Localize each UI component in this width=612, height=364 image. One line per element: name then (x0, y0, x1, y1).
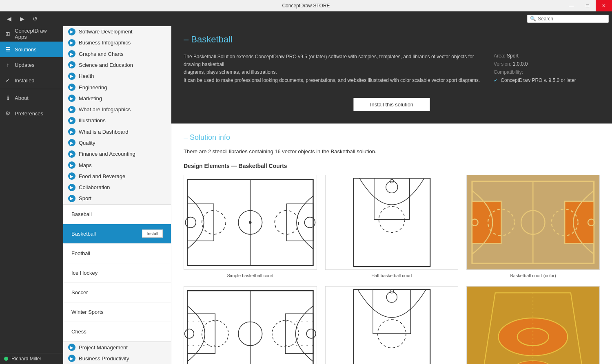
category-finance[interactable]: ▶ Finance and Accounting (63, 148, 171, 159)
category-label: Quality (79, 140, 95, 146)
cat-arrow-icon: ▶ (68, 139, 75, 146)
category-what-dashboard[interactable]: ▶ What is a Dashboard (63, 126, 171, 137)
sport-sub-soccer[interactable]: Soccer (63, 283, 171, 302)
close-button[interactable]: ✕ (596, 0, 612, 11)
titlebar: ConceptDraw STORE — □ ✕ (0, 0, 612, 11)
sport-sub-chess[interactable]: Chess (63, 322, 171, 342)
sidebar-item-label: About (15, 95, 29, 101)
category-quality[interactable]: ▶ Quality (63, 137, 171, 148)
sidebar-item-conceptdraw-apps[interactable]: ⊞ ConceptDraw Apps (0, 26, 63, 42)
category-graphs-charts[interactable]: ▶ Graphs and Charts (63, 49, 171, 60)
category-food-beverage[interactable]: ▶ Food and Beverage (63, 171, 171, 182)
category-collaboration[interactable]: ▶ Collaboration (63, 182, 171, 193)
apps-icon: ⊞ (4, 30, 11, 38)
minimize-button[interactable]: — (563, 0, 579, 11)
solution-info-section: – Solution info There are 2 stencil libr… (171, 124, 612, 364)
gallery-item-perspective-court: Basketball court, view from short side (466, 286, 600, 364)
forward-button[interactable]: ▶ (16, 13, 28, 24)
sport-sub-label: Winter Sports (71, 309, 104, 315)
category-business-prod[interactable]: ▶ Business Productivity (63, 353, 171, 364)
gallery-img-perspective-court (466, 286, 600, 364)
cat-arrow-icon: ▶ (68, 61, 75, 68)
updates-icon: ↑ (4, 61, 11, 68)
category-health[interactable]: ▶ Health (63, 71, 171, 82)
cat-arrow-icon: ▶ (68, 150, 75, 158)
cat-arrow-icon: ▶ (68, 117, 75, 124)
category-sport[interactable]: ▶ Sport (63, 193, 171, 204)
sidebar-item-label: ConceptDraw Apps (15, 28, 59, 40)
category-label: Finance and Accounting (79, 151, 135, 157)
category-label: Science and Education (79, 62, 133, 68)
sidebar-item-installed[interactable]: ✓ Installed (0, 73, 63, 88)
about-icon: ℹ (4, 94, 11, 101)
sport-sub-basketball[interactable]: Basketball Install (63, 224, 171, 244)
cat-arrow-icon: ▶ (68, 73, 75, 80)
gallery-grid-2: Basketball court vector illustration (184, 286, 600, 364)
category-illustrations[interactable]: ▶ Illustrations (63, 115, 171, 126)
sidebar-item-label: Installed (15, 77, 34, 84)
solutions-icon: ☰ (4, 46, 11, 53)
category-software-dev[interactable]: ▶ Software Development (63, 26, 171, 37)
sidebar-divider (0, 89, 63, 89)
install-solution-button[interactable]: Install this solution (353, 98, 430, 111)
refresh-button[interactable]: ↺ (29, 13, 41, 24)
cat-arrow-icon: ▶ (68, 344, 75, 351)
category-science-edu[interactable]: ▶ Science and Education (63, 60, 171, 71)
gallery-img-court-vector (184, 286, 317, 364)
user-status-dot (4, 357, 8, 361)
sport-sub-label: Baseball (71, 211, 92, 217)
titlebar-controls: — □ ✕ (563, 0, 612, 11)
back-button[interactable]: ◀ (3, 13, 15, 24)
cat-arrow-icon: ▶ (68, 84, 75, 91)
gallery-img-color-court (466, 175, 600, 270)
sidebar-item-preferences[interactable]: ⚙ Preferences (0, 106, 63, 121)
sport-sub-install-btn[interactable]: Install (142, 229, 163, 238)
sport-sub-baseball[interactable]: Baseball (63, 205, 171, 224)
category-maps[interactable]: ▶ Maps (63, 159, 171, 170)
sidebar-item-label: Solutions (15, 46, 36, 53)
search-input[interactable] (538, 16, 606, 22)
meta-version: Version: 1.0.0.0 (494, 61, 600, 67)
solution-desc: There are 2 stencil libraries containing… (184, 148, 600, 154)
sidebar: ⊞ ConceptDraw Apps ☰ Solutions ↑ Updates… (0, 26, 63, 364)
sidebar-item-solutions[interactable]: ☰ Solutions (0, 42, 63, 57)
category-label: Business Infographics (79, 40, 131, 46)
category-engineering[interactable]: ▶ Engineering (63, 82, 171, 93)
sport-sub-ice-hockey[interactable]: Ice Hockey (63, 263, 171, 283)
category-label: Marketing (79, 95, 102, 101)
area-value: Sport (507, 53, 519, 59)
sport-sub-label: Football (71, 250, 90, 256)
search-box: 🔍 (527, 15, 609, 23)
content-meta: Area: Sport Version: 1.0.0.0 Compatibili… (494, 53, 600, 86)
category-project-mgmt[interactable]: ▶ Project Management (63, 342, 171, 353)
content-area: – Basketball The Basketball Solution ext… (171, 26, 612, 364)
desc-line-2: diagrams, plays schemas, and illustratio… (184, 68, 481, 76)
search-icon: 🔍 (530, 16, 536, 22)
sport-sub-winter-sports[interactable]: Winter Sports (63, 302, 171, 322)
category-label: What is a Dashboard (79, 129, 128, 135)
compat-value: ConceptDraw PRO v. 9.5.0 or later (501, 77, 576, 83)
content-title: – Basketball (184, 34, 600, 45)
maximize-button[interactable]: □ (579, 0, 596, 11)
category-label: Engineering (79, 84, 107, 90)
meta-compat-value: ✓ ConceptDraw PRO v. 9.5.0 or later (494, 77, 600, 83)
sidebar-item-about[interactable]: ℹ About (0, 90, 63, 106)
gallery-item-simple-court: Simple basketball court (184, 175, 317, 278)
meta-area: Area: Sport (494, 53, 600, 59)
category-what-infographics[interactable]: ▶ What are Infographics (63, 104, 171, 115)
cat-arrow-icon: ▶ (68, 28, 75, 35)
cat-arrow-icon: ▶ (68, 355, 75, 362)
gallery-item-half-court: Half basketball court (325, 175, 459, 278)
cat-arrow-icon: ▶ (68, 184, 75, 191)
category-business-info[interactable]: ▶ Business Infographics (63, 37, 171, 48)
content-description: The Basketball Solution extends ConceptD… (184, 53, 481, 86)
content-header-body: The Basketball Solution extends ConceptD… (184, 53, 600, 86)
category-marketing[interactable]: ▶ Marketing (63, 93, 171, 104)
sidebar-item-updates[interactable]: ↑ Updates (0, 57, 63, 73)
back-icon: ◀ (7, 15, 11, 22)
gallery-caption-color-court: Basketball court (color) (510, 273, 556, 278)
sport-sub-football[interactable]: Football (63, 244, 171, 263)
version-label: Version: (494, 61, 511, 67)
gallery-grid-1: Simple basketball court (184, 175, 600, 278)
cat-arrow-icon: ▶ (68, 128, 75, 135)
